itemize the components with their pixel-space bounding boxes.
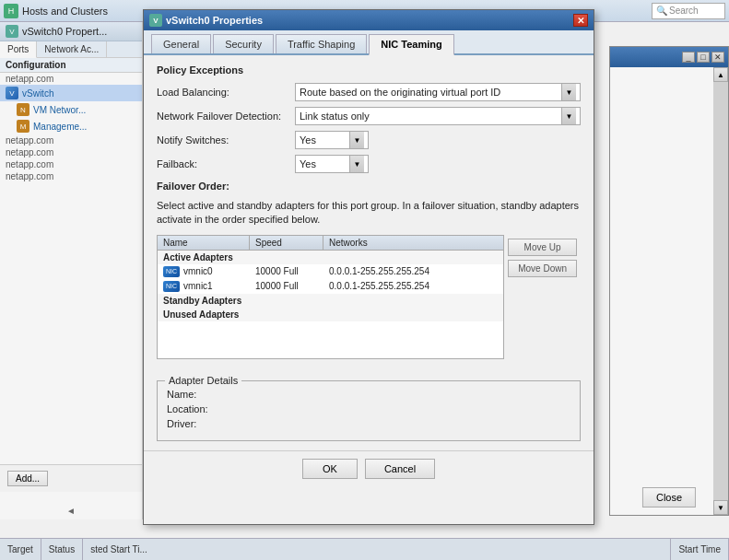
vmnic0-name: vmnic0 xyxy=(183,266,213,276)
sidebar-item-management[interactable]: M Manageme... xyxy=(0,118,142,134)
sub-minimize-btn[interactable]: _ xyxy=(682,52,695,63)
tab-security[interactable]: Security xyxy=(213,34,274,53)
host-item-4: netapp.com xyxy=(0,158,142,170)
vmnic0-networks: 0.0.0.1-255.255.255.254 xyxy=(323,265,503,277)
standby-adapters-label: Standby Adapters xyxy=(158,294,503,308)
search-label: Search xyxy=(669,6,699,16)
adapter-table-section: Name Speed Networks Active Adapters NIC … xyxy=(157,235,581,373)
move-up-button[interactable]: Move Up xyxy=(508,239,577,256)
failback-select[interactable]: Yes ▼ xyxy=(295,155,369,173)
nic-icon-vmnic0: NIC xyxy=(163,266,180,277)
scroll-arrow-left[interactable]: ◄ xyxy=(66,506,76,516)
sub-close-btn[interactable]: ✕ xyxy=(711,52,724,63)
sidebar-item-vmnetwork[interactable]: N VM Networ... xyxy=(0,101,142,118)
scroll-down-arrow[interactable]: ▼ xyxy=(713,500,728,515)
app-icon: H xyxy=(4,4,18,18)
failover-detection-arrow[interactable]: ▼ xyxy=(561,108,576,124)
host-item-3: netapp.com xyxy=(0,146,142,158)
adapter-details-group: Adapter Details Name: Location: Driver: xyxy=(157,380,581,441)
adapter-row-vmnic0[interactable]: NIC vmnic0 10000 Full 0.0.0.1-255.255.25… xyxy=(158,264,503,279)
load-balancing-label: Load Balancing: xyxy=(157,87,295,98)
nic-icon-vmnic1: NIC xyxy=(163,281,180,292)
detail-name: Name: xyxy=(167,389,570,400)
sub-close-button[interactable]: Close xyxy=(642,487,696,508)
failover-order-label: Failover Order: xyxy=(157,181,229,192)
tab-general[interactable]: General xyxy=(151,34,211,53)
adapter-table-header: Name Speed Networks xyxy=(158,236,503,251)
sub-dialog: _ □ ✕ ▲ ▼ Close xyxy=(609,46,729,516)
notify-switches-label: Notify Switches: xyxy=(157,134,295,146)
move-buttons: Move Up Move Down xyxy=(504,235,581,373)
active-adapters-label: Active Adapters xyxy=(158,251,503,264)
status-target: Target xyxy=(0,539,41,560)
failback-arrow[interactable]: ▼ xyxy=(349,156,364,172)
cancel-button[interactable]: Cancel xyxy=(365,459,435,479)
adapter-name-vmnic0: NIC vmnic0 xyxy=(158,265,250,278)
add-button[interactable]: Add... xyxy=(7,471,48,486)
left-tabs: Ports Network Ac... xyxy=(0,41,142,58)
search-box[interactable]: 🔍 Search xyxy=(652,3,725,19)
sidebar-item-vswitch[interactable]: V vSwitch xyxy=(0,85,142,101)
adapter-name-vmnic1: NIC vmnic1 xyxy=(158,280,250,293)
status-status: Status xyxy=(41,539,83,560)
dialog-content: Policy Exceptions Load Balancing: Route … xyxy=(144,55,594,450)
vmnic1-name: vmnic1 xyxy=(183,281,213,291)
main-dialog: V vSwitch0 Properties ✕ General Security… xyxy=(143,9,594,525)
sub-scrollbar: ▲ ▼ xyxy=(713,67,728,515)
tab-network[interactable]: Network Ac... xyxy=(37,41,107,57)
tab-nic-teaming[interactable]: NIC Teaming xyxy=(369,34,453,55)
mgmt-icon: M xyxy=(17,120,29,133)
mgmt-label: Manageme... xyxy=(33,122,87,132)
left-panel-header: V vSwitch0 Propert... xyxy=(0,22,142,41)
scroll-up-arrow[interactable]: ▲ xyxy=(713,67,728,82)
ok-button[interactable]: OK xyxy=(302,459,358,479)
sub-dialog-titlebar: _ □ ✕ xyxy=(610,47,728,67)
app-background: H Hosts and Clusters 🔍 Search V vSwitch0… xyxy=(0,0,729,560)
failback-row: Failback: Yes ▼ xyxy=(157,155,581,173)
status-start-time: sted Start Ti... xyxy=(83,539,671,560)
sub-maximize-btn[interactable]: □ xyxy=(697,52,710,63)
notify-switches-select[interactable]: Yes ▼ xyxy=(295,131,369,149)
failover-description: Select active and standby adapters for t… xyxy=(157,199,581,228)
notify-switches-arrow[interactable]: ▼ xyxy=(349,132,364,148)
failover-detection-label: Network Failover Detection: xyxy=(157,111,295,122)
table-empty-space xyxy=(158,321,503,358)
load-balancing-select[interactable]: Route based on the originating virtual p… xyxy=(295,83,581,101)
col-name: Name xyxy=(158,236,250,250)
vswitch-icon: V xyxy=(6,87,18,99)
status-bar: Target Status sted Start Ti... Start Tim… xyxy=(0,538,729,560)
search-icon: 🔍 xyxy=(656,6,667,16)
col-networks: Networks xyxy=(323,236,503,250)
failover-detection-select[interactable]: Link status only ▼ xyxy=(295,107,581,125)
dialog-title-icon: V xyxy=(149,14,162,27)
vmnic1-networks: 0.0.0.1-255.255.255.254 xyxy=(323,280,503,292)
tab-traffic[interactable]: Traffic Shaping xyxy=(276,34,367,53)
col-speed: Speed xyxy=(250,236,323,250)
host-item-5: netapp.com xyxy=(0,170,142,182)
adapter-table: Name Speed Networks Active Adapters NIC … xyxy=(157,235,504,359)
section-header: Policy Exceptions xyxy=(157,64,581,76)
dialog-close-btn[interactable]: ✕ xyxy=(573,14,588,27)
dialog-titlebar: V vSwitch0 Properties ✕ xyxy=(144,10,594,30)
vswitch-label: vSwitch xyxy=(22,88,53,99)
failover-detection-value: Link status only xyxy=(300,111,561,122)
host-item-2: netapp.com xyxy=(0,134,142,146)
host-item-1: netapp.com xyxy=(0,73,142,85)
config-header: Configuration xyxy=(0,58,142,73)
failover-detection-row: Network Failover Detection: Link status … xyxy=(157,107,581,125)
scroll-track xyxy=(713,82,728,500)
status-end-time: Start Time xyxy=(671,539,729,560)
left-panel: V vSwitch0 Propert... Ports Network Ac..… xyxy=(0,22,143,519)
adapter-details-legend: Adapter Details xyxy=(165,375,241,386)
tab-ports[interactable]: Ports xyxy=(0,41,37,58)
failback-label: Failback: xyxy=(157,158,295,169)
failback-value: Yes xyxy=(300,158,349,169)
load-balancing-value: Route based on the originating virtual p… xyxy=(300,87,561,98)
load-balancing-arrow[interactable]: ▼ xyxy=(561,84,576,100)
dialog-footer: OK Cancel xyxy=(144,450,594,486)
unused-adapters-label: Unused Adapters xyxy=(158,308,503,321)
move-down-button[interactable]: Move Down xyxy=(508,260,577,277)
panel-icon: V xyxy=(6,25,18,38)
adapter-row-vmnic1[interactable]: NIC vmnic1 10000 Full 0.0.0.1-255.255.25… xyxy=(158,279,503,294)
vm-network-icon: N xyxy=(17,103,29,116)
